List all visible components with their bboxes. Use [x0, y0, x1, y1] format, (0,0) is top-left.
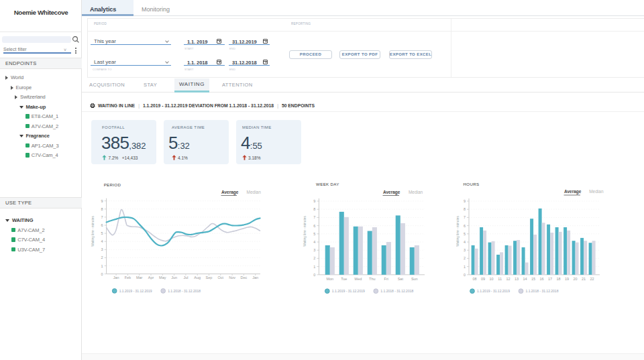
svg-text:Apr: Apr	[148, 276, 154, 280]
svg-text:Jun: Jun	[171, 276, 177, 280]
svg-text:Tue: Tue	[341, 277, 347, 281]
svg-text:1.1.2019 - 31.12.2019: 1.1.2019 - 31.12.2019	[119, 289, 152, 293]
svg-text:3: 3	[464, 248, 466, 252]
svg-text:Jan: Jan	[113, 276, 119, 280]
svg-text:21: 21	[582, 277, 586, 281]
svg-text:1.1.2019 - 31.12.2019: 1.1.2019 - 31.12.2019	[477, 289, 510, 293]
svg-text:0: 0	[313, 273, 315, 277]
svg-text:3: 3	[313, 248, 315, 252]
svg-text:Waiting line - minutes: Waiting line - minutes	[91, 216, 95, 247]
svg-text:Thu: Thu	[369, 277, 375, 281]
svg-text:HOURS: HOURS	[464, 182, 480, 186]
svg-text:17: 17	[548, 277, 552, 281]
svg-text:7: 7	[464, 215, 466, 219]
svg-text:0: 0	[464, 273, 466, 277]
svg-text:15: 15	[531, 277, 535, 281]
svg-text:2: 2	[464, 256, 466, 260]
svg-text:20: 20	[574, 277, 578, 281]
svg-text:8: 8	[464, 207, 466, 211]
svg-text:Aug: Aug	[194, 276, 201, 280]
svg-text:1: 1	[101, 264, 103, 268]
svg-text:PERIOD: PERIOD	[104, 182, 121, 187]
svg-text:Median: Median	[409, 190, 423, 194]
svg-text:May: May	[159, 276, 166, 280]
svg-text:Sat: Sat	[398, 277, 404, 281]
svg-text:7: 7	[101, 215, 103, 219]
svg-text:Mon: Mon	[326, 277, 333, 281]
svg-text:Jul: Jul	[183, 276, 188, 280]
svg-text:1.1.2018 - 31.12.2018: 1.1.2018 - 31.12.2018	[380, 289, 413, 293]
svg-text:7: 7	[313, 215, 315, 219]
svg-text:Jan: Jan	[252, 276, 258, 280]
svg-text:1.1.2018 - 31.12.2018: 1.1.2018 - 31.12.2018	[168, 289, 201, 293]
svg-text:Average: Average	[564, 189, 582, 194]
svg-text:0: 0	[101, 272, 103, 276]
svg-text:1: 1	[313, 265, 315, 269]
svg-text:16: 16	[540, 277, 544, 281]
svg-text:4: 4	[101, 239, 103, 243]
svg-text:4: 4	[313, 240, 315, 244]
svg-text:3: 3	[101, 247, 103, 251]
svg-text:Feb: Feb	[125, 276, 131, 280]
svg-text:10: 10	[490, 277, 494, 281]
svg-text:5: 5	[101, 231, 103, 235]
svg-text:Mar: Mar	[136, 276, 143, 280]
svg-text:Sun: Sun	[411, 277, 418, 281]
svg-text:Waiting line - minutes: Waiting line - minutes	[456, 216, 460, 247]
svg-text:22: 22	[590, 277, 594, 281]
svg-text:6: 6	[101, 223, 103, 227]
svg-text:6: 6	[464, 224, 466, 228]
svg-text:Median: Median	[589, 189, 604, 194]
svg-text:Sep: Sep	[206, 276, 213, 280]
svg-text:Fri: Fri	[384, 277, 388, 281]
svg-text:9: 9	[313, 199, 315, 203]
svg-text:9: 9	[101, 199, 103, 203]
svg-text:6: 6	[313, 224, 315, 228]
svg-text:19: 19	[565, 277, 569, 281]
svg-text:4: 4	[464, 240, 466, 244]
svg-text:Average: Average	[221, 190, 239, 195]
svg-text:Oct: Oct	[218, 276, 224, 280]
svg-text:1: 1	[464, 265, 466, 269]
svg-text:Nov: Nov	[229, 276, 235, 280]
svg-text:2: 2	[313, 256, 315, 260]
svg-text:09: 09	[481, 277, 485, 281]
svg-text:1.1.2019 - 31.12.2019: 1.1.2019 - 31.12.2019	[332, 289, 365, 293]
svg-text:8: 8	[313, 207, 315, 211]
svg-text:5: 5	[313, 232, 315, 236]
svg-text:11: 11	[498, 277, 502, 281]
svg-text:5: 5	[464, 232, 466, 236]
svg-text:8: 8	[101, 207, 103, 211]
svg-text:18: 18	[557, 277, 561, 281]
svg-text:14: 14	[523, 277, 527, 281]
svg-text:Median: Median	[247, 190, 262, 194]
svg-text:12: 12	[506, 277, 511, 281]
svg-text:13: 13	[515, 277, 519, 281]
svg-text:Dec: Dec	[241, 276, 248, 280]
svg-text:Waiting line - minutes: Waiting line - minutes	[303, 216, 307, 247]
svg-text:Average: Average	[383, 190, 400, 195]
svg-text:2: 2	[101, 255, 103, 259]
svg-text:9: 9	[464, 199, 466, 203]
svg-text:1.1.2018 - 31.12.2018: 1.1.2018 - 31.12.2018	[526, 289, 559, 293]
svg-text:WEEK DAY: WEEK DAY	[316, 182, 339, 186]
svg-text:Wed: Wed	[354, 277, 362, 281]
svg-text:08: 08	[473, 277, 477, 281]
